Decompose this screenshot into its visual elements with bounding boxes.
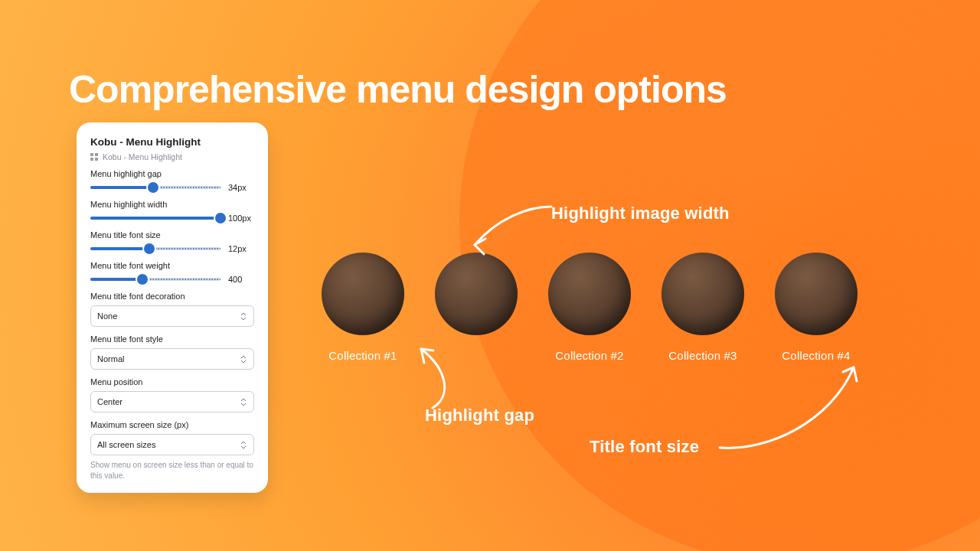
svg-rect-1 xyxy=(95,153,98,156)
slider-value-gap: 34px xyxy=(228,183,254,192)
slider-fill xyxy=(90,217,220,220)
slider-fill xyxy=(90,247,149,250)
callout-image-width: Highlight image width xyxy=(551,204,730,223)
select-label-decoration: Menu title font decoration xyxy=(90,292,254,301)
slider-thumb[interactable] xyxy=(144,243,155,254)
highlight-item[interactable]: Collection #4 xyxy=(775,253,858,362)
slider-fill xyxy=(90,186,153,189)
slider-fill xyxy=(90,278,142,281)
svg-rect-2 xyxy=(90,158,93,161)
settings-card: Kobu - Menu Highlight Kobu - Menu Highli… xyxy=(77,122,268,493)
highlight-bubble xyxy=(548,253,631,335)
slider-label-size: Menu title font size xyxy=(90,230,254,240)
arrow-icon xyxy=(459,199,559,260)
highlight-item[interactable]: Collection #2 xyxy=(548,253,631,362)
breadcrumb[interactable]: Kobu - Menu Highlight xyxy=(90,152,254,161)
slider-value-weight: 400 xyxy=(228,275,254,284)
select-caret-icon xyxy=(238,354,249,364)
slider-thumb[interactable] xyxy=(148,182,158,193)
card-title: Kobu - Menu Highlight xyxy=(90,136,254,148)
select-value: None xyxy=(97,311,117,321)
highlight-bubble xyxy=(662,253,744,335)
select-style[interactable]: Normal xyxy=(90,348,254,370)
highlight-bubble xyxy=(775,253,858,335)
slider-width[interactable] xyxy=(90,217,220,220)
highlight-item[interactable]: Collection #1 xyxy=(322,253,404,362)
slider-label-weight: Menu title font weight xyxy=(90,261,254,270)
arrow-icon xyxy=(406,343,467,412)
slider-label-gap: Menu highlight gap xyxy=(90,169,254,178)
select-value: Normal xyxy=(97,354,124,364)
select-position[interactable]: Center xyxy=(90,391,254,412)
highlight-item[interactable]: Collection #3 xyxy=(662,253,744,362)
select-caret-icon xyxy=(238,311,249,321)
select-decoration[interactable]: None xyxy=(90,305,254,327)
promo-stage: Comprehensive menu design options Kobu -… xyxy=(0,0,980,551)
select-label-style: Menu title font style xyxy=(90,334,254,344)
slider-size[interactable] xyxy=(90,247,220,250)
slider-gap[interactable] xyxy=(90,186,220,189)
select-maxscreen[interactable]: All screen sizes xyxy=(90,434,254,455)
svg-rect-3 xyxy=(95,158,98,161)
highlight-label: Collection #1 xyxy=(328,349,397,362)
select-hint: Show menu on screen size less than or eq… xyxy=(90,460,254,481)
slider-thumb[interactable] xyxy=(215,213,226,223)
select-caret-icon xyxy=(238,439,249,450)
slider-value-width: 100px xyxy=(228,214,254,223)
select-label-position: Menu position xyxy=(90,377,254,386)
block-icon xyxy=(90,153,98,161)
highlight-bubble xyxy=(322,253,404,335)
highlight-label: Collection #2 xyxy=(555,349,623,362)
slider-value-size: 12px xyxy=(228,244,254,253)
hero-title: Comprehensive menu design options xyxy=(69,67,727,112)
select-label-maxscreen: Maximum screen size (px) xyxy=(90,420,254,429)
select-caret-icon xyxy=(238,396,249,407)
slider-weight[interactable] xyxy=(90,278,220,281)
arrow-icon xyxy=(716,360,869,459)
breadcrumb-text: Kobu - Menu Highlight xyxy=(103,152,182,161)
slider-label-width: Menu highlight width xyxy=(90,200,254,209)
select-value: All screen sizes xyxy=(97,440,155,449)
select-value: Center xyxy=(97,397,122,406)
svg-rect-0 xyxy=(90,153,93,156)
highlight-row: Collection #1 Collection #2 Collection #… xyxy=(322,253,858,362)
slider-thumb[interactable] xyxy=(137,274,148,285)
highlight-bubble xyxy=(435,253,518,335)
callout-title-size: Title font size xyxy=(590,437,699,457)
